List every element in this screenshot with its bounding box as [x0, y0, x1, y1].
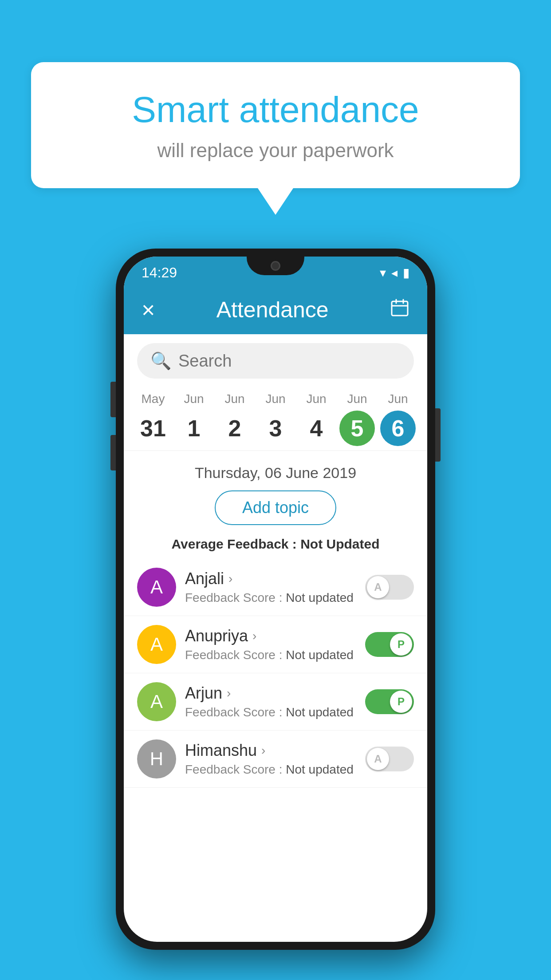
day-month: Jun [265, 392, 285, 406]
student-feedback: Feedback Score : Not updated [185, 591, 356, 605]
day-number: 1 [176, 411, 212, 446]
search-input[interactable] [178, 352, 401, 371]
battery-icon: ▮ [403, 265, 409, 280]
speech-bubble-container: Smart attendance will replace your paper… [31, 62, 520, 215]
day-number: 5 [339, 411, 375, 446]
toggle-knob: P [390, 633, 412, 656]
student-info: Anupriya ›Feedback Score : Not updated [185, 627, 356, 662]
day-month: Jun [184, 392, 204, 406]
student-name: Himanshu › [185, 741, 356, 760]
calendar-icon-button[interactable] [390, 298, 409, 322]
student-feedback: Feedback Score : Not updated [185, 705, 356, 719]
selected-date-section: Thursday, 06 June 2019 Add topic [124, 451, 427, 530]
student-feedback: Feedback Score : Not updated [185, 763, 356, 777]
average-feedback-info: Average Feedback : Not Updated [124, 530, 427, 559]
wifi-icon: ▾ [380, 265, 386, 280]
toggle-container[interactable]: A [365, 575, 414, 600]
student-info: Anjali ›Feedback Score : Not updated [185, 569, 356, 605]
chevron-right-icon: › [252, 629, 256, 643]
day-number: 2 [217, 411, 252, 446]
day-month: Jun [224, 392, 244, 406]
student-info: Himanshu ›Feedback Score : Not updated [185, 741, 356, 777]
calendar-day-5[interactable]: Jun5 [339, 392, 375, 446]
chevron-right-icon: › [261, 743, 265, 758]
student-list: AAnjali ›Feedback Score : Not updatedAAA… [124, 559, 427, 788]
volume-up-button [110, 382, 116, 417]
volume-down-button [110, 435, 116, 470]
day-number: 3 [258, 411, 293, 446]
average-feedback-value: Not Updated [300, 537, 379, 551]
speech-bubble-tail [258, 188, 293, 215]
calendar-day-1[interactable]: Jun1 [176, 392, 212, 446]
phone-notch [247, 257, 304, 275]
student-name: Anupriya › [185, 627, 356, 645]
day-month: Jun [347, 392, 367, 406]
status-time: 14:29 [142, 265, 177, 281]
day-month: Jun [306, 392, 326, 406]
student-avatar: A [137, 682, 176, 721]
average-feedback-label: Average Feedback : [171, 537, 296, 551]
toggle-container[interactable]: P [365, 632, 414, 657]
calendar-day-3[interactable]: Jun3 [258, 392, 293, 446]
calendar-row: May31Jun1Jun2Jun3Jun4Jun5Jun6 [124, 387, 427, 451]
student-item[interactable]: HHimanshu ›Feedback Score : Not updatedA [124, 731, 427, 788]
phone-outer: 14:29 ▾ ◂ ▮ × Attendance [116, 249, 435, 950]
day-month: Jun [388, 392, 408, 406]
attendance-toggle[interactable]: P [365, 689, 414, 714]
speech-bubble: Smart attendance will replace your paper… [31, 62, 520, 188]
student-item[interactable]: AAnjali ›Feedback Score : Not updatedA [124, 559, 427, 616]
toggle-container[interactable]: P [365, 689, 414, 714]
phone-wrapper: 14:29 ▾ ◂ ▮ × Attendance [116, 249, 435, 950]
chevron-right-icon: › [228, 572, 232, 586]
svg-rect-0 [392, 301, 408, 316]
selected-date-text: Thursday, 06 June 2019 [133, 464, 418, 482]
attendance-toggle[interactable]: P [365, 632, 414, 657]
student-name: Arjun › [185, 684, 356, 703]
day-number: 6 [380, 411, 416, 446]
day-number: 4 [299, 411, 334, 446]
app-bar: × Attendance [124, 285, 427, 334]
phone-screen: 14:29 ▾ ◂ ▮ × Attendance [124, 257, 427, 942]
bubble-title: Smart attendance [67, 89, 484, 130]
student-avatar: A [137, 625, 176, 664]
calendar-day-31[interactable]: May31 [135, 392, 171, 446]
close-button[interactable]: × [142, 296, 155, 323]
calendar-day-6[interactable]: Jun6 [380, 392, 416, 446]
signal-icon: ◂ [391, 265, 398, 280]
calendar-day-4[interactable]: Jun4 [299, 392, 334, 446]
toggle-knob: A [367, 748, 389, 770]
student-item[interactable]: AAnupriya ›Feedback Score : Not updatedP [124, 616, 427, 673]
search-container[interactable]: 🔍 [137, 343, 414, 379]
phone-camera [271, 261, 280, 271]
student-avatar: A [137, 568, 176, 607]
attendance-toggle[interactable]: A [365, 575, 414, 600]
student-name: Anjali › [185, 569, 356, 588]
student-avatar: H [137, 739, 176, 778]
attendance-toggle[interactable]: A [365, 747, 414, 771]
day-month: May [142, 392, 165, 406]
student-item[interactable]: AArjun ›Feedback Score : Not updatedP [124, 673, 427, 731]
toggle-container[interactable]: A [365, 747, 414, 771]
app-bar-title: Attendance [216, 297, 329, 323]
toggle-knob: P [390, 691, 412, 713]
chevron-right-icon: › [227, 686, 231, 700]
power-button [435, 408, 441, 462]
status-icons: ▾ ◂ ▮ [380, 265, 409, 280]
toggle-knob: A [367, 576, 389, 598]
day-number: 31 [135, 411, 171, 446]
student-info: Arjun ›Feedback Score : Not updated [185, 684, 356, 719]
student-feedback: Feedback Score : Not updated [185, 648, 356, 662]
calendar-day-2[interactable]: Jun2 [217, 392, 252, 446]
bubble-subtitle: will replace your paperwork [67, 139, 484, 162]
search-icon: 🔍 [150, 351, 171, 371]
add-topic-button[interactable]: Add topic [215, 490, 336, 525]
